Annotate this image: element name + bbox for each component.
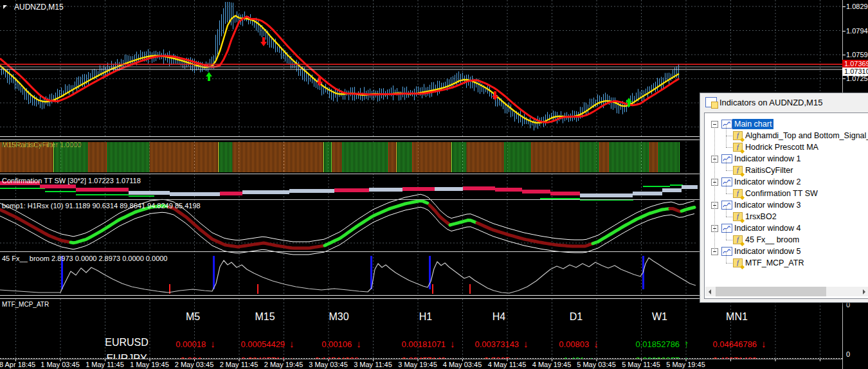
price-scale-label: 1.07940 [846,27,868,35]
tree-item-main-chart[interactable]: Main chart [705,118,868,130]
arrow-down-icon: ↓ [761,338,766,349]
mtf-header-m15: M15 [255,311,275,323]
arrow-down-icon: ↓ [514,354,520,359]
tree-item-raitiscyfilter[interactable]: fRaitisCyFilter [705,165,868,176]
time-axis-label: 3 May 03:45 [309,361,348,368]
scrollbar-thumb[interactable] [716,287,826,296]
mtf-value: 0.14544008↓ [314,354,368,359]
mtf-value: 1.461↑ [563,354,593,359]
arrow-down-icon: ↓ [523,338,529,349]
mtf-header-h1: H1 [419,311,432,323]
symbol-caret-icon [3,5,7,9]
tree-connector [726,228,727,240]
horizontal-scrollbar[interactable] [705,287,868,296]
tree-indicator-label: Alghamdi_Top and Bottom_Signal_w_ab [743,130,868,141]
tree-item-confirmation-tt-sw[interactable]: fConfirmation TT SW [705,188,868,199]
dialog-title[interactable]: Indicators on AUDNZD,M15 [719,98,822,107]
tree-item-45-fx-broom[interactable]: f45 Fx__ broom [705,234,868,246]
time-axis-label: 4 May 11:45 [488,361,527,368]
tree-item-indicator-window-4[interactable]: Indicator window 4 [705,222,868,234]
axis-separator [0,359,842,359]
mtf-value: 0.024↓ [180,354,210,359]
mtf-header-m30: M30 [329,311,348,323]
fx-indicator-icon: f [733,189,743,198]
tree-connector [726,263,732,264]
chart-window-icon [721,120,732,129]
tree-indicator-label: RaitisCyFilter [743,165,795,176]
mtf-scale-label: 0 [846,350,850,358]
tree-connector [726,251,727,263]
fx-indicator-icon: f [733,212,743,221]
tree-item-indicator-window-1[interactable]: Indicator window 1 [705,153,868,165]
tree-connector [726,147,732,148]
mtf-symbol-eurusd: EURUSD [105,337,149,348]
mtf-header-mn1: MN1 [726,311,748,323]
arrow-up-icon: ↑ [684,354,689,359]
time-axis-label: 1 May 11:45 [86,361,124,368]
tree-connector [726,240,732,240]
indicators-dialog: Indicators on AUDNZD,M15 Main chartfAlgh… [700,93,868,303]
time-axis-label: 28 Apr 18:45 [0,361,35,368]
mtf-header-w1: W1 [652,311,667,323]
mtf-header-m5: M5 [186,311,200,323]
tree-item-1rsxbo2[interactable]: f1rsxBO2 [705,211,868,222]
mtf-value: 0.04646786↓ [712,338,766,349]
raitiscyfilter-histogram [1,142,680,172]
arrow-down-icon: ↓ [450,354,455,359]
indicator-label-mtf: MTF_MCP_ATR [2,301,49,308]
chart-window-icon [721,154,732,163]
mtf-symbol-eurjpy: EURJPY [106,353,147,359]
time-axis-label: 1 May 19:45 [130,361,169,368]
arrow-down-icon: ↓ [289,338,294,349]
bid-price-badge: 1.07310 [842,68,868,76]
arrow-down-icon: ↓ [206,354,211,359]
time-axis-label: 5 May 11:45 [622,361,660,368]
chart-window-icon [721,224,732,233]
mtf-value: 0.00373143↓ [475,338,528,349]
mtf-header-h4: H4 [493,311,505,323]
price-scale-label: 1.07590 [846,51,868,59]
arrow-down-icon: ↓ [363,354,368,359]
scroll-left-arrow-icon[interactable] [705,287,715,296]
tree-item-mtf-mcp-atr[interactable]: fMTF_MCP_ATR [705,257,868,269]
chart-symbol-label: AUDNZD,M15 [14,3,64,12]
tree-connector [726,182,727,194]
tree-group-label: Indicator window 3 [732,200,803,210]
time-axis-label: 2 May 19:45 [264,361,303,368]
mtf-value: 0.01852786↑ [635,338,689,349]
time-axis[interactable]: 28 Apr 202328 Apr 18:451 May 03:451 May … [0,360,868,369]
mtf-value: 0.29457143↓ [401,354,455,359]
tree-item-alghamdi-top-and-bottom-signal-w-ab[interactable]: fAlghamdi_Top and Bottom_Signal_w_ab [705,130,868,141]
mt4-terminal-window: AUDNZD,M15 M15RaitisCyFilter 1.0000 Conf… [0,0,868,369]
fx-indicator-icon: f [733,258,743,267]
time-axis-label: 2 May 03:45 [175,361,214,368]
tree-connector [714,127,715,251]
mtf-value: 0.08485714↓ [240,354,294,359]
price-scale-label: 1.08290 [846,3,868,10]
mtf-value: 6.40371429↓ [712,354,766,359]
arrow-down-icon: ↓ [593,338,599,349]
time-axis-label: 4 May 03:45 [443,361,482,368]
indicator-label-confirmation: Confirmation TT SW [30*2] 1.07223 1.0711… [2,177,141,184]
arrow-down-icon: ↓ [210,338,215,349]
tree-item-indicator-window-2[interactable]: Indicator window 2 [705,176,868,188]
tree-item-indicator-window-3[interactable]: Indicator window 3 [705,199,868,211]
tree-connector [726,159,727,170]
signal-arrows [206,37,632,107]
tree-connector [726,136,732,136]
tree-connector [726,217,732,217]
mtf-value: 0.00106↓ [321,338,361,349]
tree-connector [726,136,727,147]
tree-item-indicator-window-5[interactable]: Indicator window 5 [705,246,868,257]
tree-indicator-label: 45 Fx__ broom [743,235,801,245]
chart-window-icon [721,177,732,186]
chart-window-icon [721,247,732,256]
fx-indicator-icon: f [733,235,743,244]
tree-group-label: Indicator window 1 [732,154,803,164]
scroll-right-arrow-icon[interactable] [859,287,868,296]
tree-connector [726,124,727,136]
fx-indicator-icon: f [733,166,743,175]
tree-item-hodrick-prescott-ma[interactable]: fHodrick Prescott MA [705,141,868,153]
fx-mini-icon [711,102,718,109]
tree-connector [726,205,727,217]
